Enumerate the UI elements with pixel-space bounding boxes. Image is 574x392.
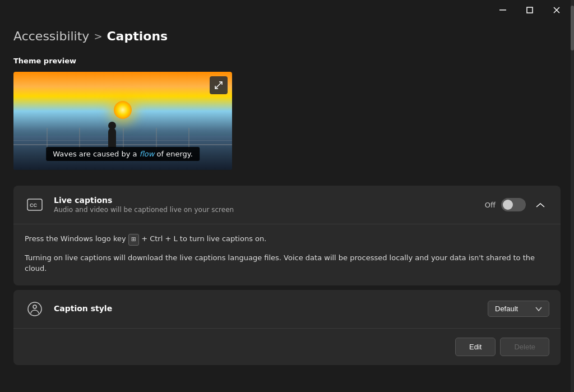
live-captions-section: CC Live captions Audio and video will be…	[13, 186, 561, 285]
live-captions-title: Live captions	[54, 196, 476, 205]
caption-text-highlight: flow	[140, 150, 155, 158]
expand-preview-button[interactable]	[210, 76, 228, 94]
close-button[interactable]	[544, 1, 570, 19]
caption-text-after: of energy.	[154, 150, 192, 158]
toggle-track	[501, 198, 526, 211]
scrollbar[interactable]	[571, 0, 574, 392]
breadcrumb: Accessibility > Captions	[13, 29, 561, 43]
live-captions-collapse-button[interactable]	[531, 197, 549, 213]
edit-button[interactable]: Edit	[455, 338, 496, 356]
caption-style-row: Caption style Default	[13, 290, 561, 328]
breadcrumb-parent[interactable]: Accessibility	[13, 29, 89, 43]
caption-style-text: Caption style	[54, 304, 479, 314]
title-bar	[0, 0, 574, 20]
theme-preview-container: Waves are caused by a flow of energy.	[13, 72, 232, 170]
breadcrumb-current: Captions	[107, 29, 168, 43]
svg-line-5	[215, 85, 219, 89]
caption-style-bottom-row: Edit Delete	[13, 328, 561, 365]
minimize-button[interactable]	[490, 1, 516, 19]
toggle-off-label: Off	[485, 201, 496, 209]
caption-style-dropdown[interactable]: Default	[488, 301, 549, 317]
live-captions-subtitle: Audio and video will be captioned live o…	[54, 206, 476, 214]
caption-text-before: Waves are caused by a	[53, 150, 139, 158]
live-captions-text: Live captions Audio and video will be ca…	[54, 196, 476, 214]
svg-point-9	[33, 305, 36, 308]
svg-rect-1	[527, 7, 533, 13]
info-line-2: Turning on live captions will download t…	[25, 252, 549, 274]
live-captions-row: CC Live captions Audio and video will be…	[13, 186, 561, 224]
delete-button[interactable]: Delete	[500, 338, 549, 356]
caption-style-section: Caption style Default Edit Delete	[13, 290, 561, 365]
theme-preview-label: Theme preview	[13, 57, 561, 65]
dropdown-value: Default	[495, 305, 518, 313]
theme-preview-section: Theme preview	[13, 57, 561, 170]
breadcrumb-separator: >	[94, 30, 102, 42]
maximize-button[interactable]	[517, 1, 543, 19]
live-captions-expanded: Press the Windows logo key ⊞ + Ctrl + L …	[13, 224, 561, 285]
caption-style-icon	[25, 299, 45, 319]
person-body	[108, 128, 116, 147]
live-captions-control: Off	[485, 197, 549, 213]
live-captions-toggle[interactable]	[501, 198, 526, 211]
scrollbar-thumb	[571, 6, 574, 50]
svg-point-8	[28, 302, 41, 316]
info-text-before: Press the Windows logo key	[25, 234, 126, 243]
svg-rect-0	[499, 10, 506, 11]
person-silhouette	[101, 108, 123, 147]
live-captions-icon: CC	[25, 195, 45, 215]
svg-text:CC: CC	[30, 202, 37, 208]
svg-line-4	[219, 82, 222, 85]
info-text-after: + Ctrl + L to turn live captions on.	[141, 234, 266, 243]
caption-style-control: Default	[488, 301, 549, 317]
caption-text: Waves are caused by a flow of energy.	[46, 147, 200, 161]
info-line-1: Press the Windows logo key ⊞ + Ctrl + L …	[25, 233, 549, 246]
main-content: Accessibility > Captions Theme preview	[0, 20, 574, 379]
windows-key-icon: ⊞	[128, 234, 139, 246]
caption-style-title: Caption style	[54, 304, 479, 313]
toggle-thumb	[503, 200, 513, 210]
